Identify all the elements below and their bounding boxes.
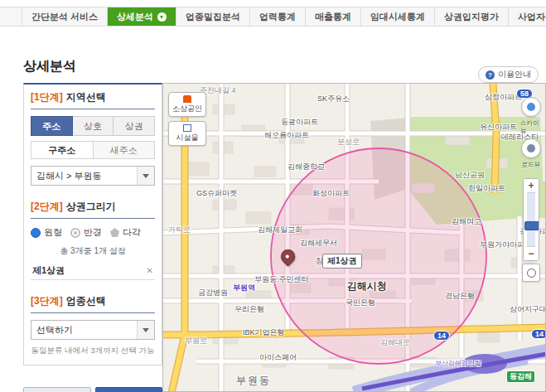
zoom-slider-handle[interactable] — [524, 221, 539, 230]
region-search-tabs: 주소 상호 상권 — [31, 116, 155, 136]
current-location-button[interactable] — [522, 264, 540, 282]
roadview-label: 로드뷰 — [522, 161, 541, 169]
step1-badge: [1단계] — [31, 90, 63, 104]
nav-item-density-analysis[interactable]: 업종밀집분석 — [176, 7, 250, 26]
facility-layer-button[interactable]: 시설물 — [168, 121, 206, 146]
small-business-layer-label: 소상공인 — [172, 104, 202, 114]
skyview-button[interactable] — [521, 97, 541, 117]
step1-header: [1단계] 지역선택 — [31, 85, 155, 109]
subtab-new-address[interactable]: 새주소 — [94, 141, 156, 159]
skyview-label: 스카이뷰 — [520, 119, 542, 136]
nav-item-sales-stats[interactable]: 매출통계 — [306, 7, 361, 26]
zoom-in-button[interactable]: + — [524, 179, 539, 192]
region-select[interactable]: 김해시 > 부원동 — [31, 166, 155, 186]
analysis-panel: [1단계] 지역선택 주소 상호 상권 구주소 새주소 김해시 > 부원동 [2… — [23, 83, 162, 365]
industry-select[interactable]: 선택하기 — [31, 320, 155, 340]
step3-title: 업종선택 — [66, 294, 106, 308]
page-title: 상세분석 — [23, 58, 76, 75]
step2-badge: [2단계] — [31, 200, 63, 214]
roadview-icon — [527, 144, 535, 152]
district-list-item: 제1상권 ✕ — [31, 262, 155, 280]
chevron-down-icon — [137, 321, 154, 339]
help-button[interactable]: ? 이용안내 — [478, 66, 539, 83]
draw-mode-polygon[interactable]: 다각 — [110, 226, 141, 239]
step3-header: [3단계] 업종선택 — [31, 288, 155, 313]
draw-mode-radius-label: 반경 — [84, 226, 102, 239]
nav-item-label: 상세분석 — [117, 11, 153, 23]
remove-district-button[interactable]: ✕ — [147, 266, 153, 275]
draw-mode-radius[interactable]: 반경 — [70, 226, 102, 239]
zoom-out-button[interactable]: − — [524, 247, 539, 260]
action-buttons: 초기화 분석하기 — [23, 387, 162, 392]
map-canvas[interactable] — [163, 84, 546, 392]
map-container: 주전내길 4SK주유소삼정아파트동광아파트해오름아파트유신아파트데레라스타분성로… — [162, 83, 546, 392]
step3-badge: [3단계] — [31, 294, 63, 308]
district-circle-overlay[interactable] — [271, 148, 486, 364]
industry-select-value: 선택하기 — [36, 324, 73, 336]
draw-mode-circle-label: 원형 — [44, 226, 62, 239]
step2-header: [2단계] 상권그리기 — [31, 194, 155, 219]
tab-store-name[interactable]: 상호 — [73, 116, 114, 136]
district-count-status: 총 3개중 1개 설정 — [31, 245, 155, 257]
draw-mode-polygon-label: 다각 — [123, 226, 141, 239]
nav-item-location-rating[interactable]: 상권입지평가 — [435, 7, 509, 26]
map-left-controls: 소상공인 시설물 — [168, 92, 206, 146]
address-type-subtabs: 구주소 새주소 — [31, 141, 155, 159]
analyze-button[interactable]: 분석하기 — [95, 387, 163, 392]
district-name: 제1상권 — [32, 264, 65, 277]
sidebar: [1단계] 지역선택 주소 상호 상권 구주소 새주소 김해시 > 부원동 [2… — [23, 83, 162, 392]
draw-mode-options: 원형 반경 다각 — [31, 226, 155, 239]
nav-item-owner-rating[interactable]: 사업자경영평가 — [509, 7, 546, 26]
tab-address[interactable]: 주소 — [31, 116, 73, 136]
shop-icon — [183, 95, 191, 103]
zoom-control: + − — [523, 178, 539, 261]
draw-mode-circle[interactable]: 원형 — [31, 226, 62, 239]
region-select-value: 김해시 > 부원동 — [36, 170, 102, 182]
nav-item-detail-analysis[interactable]: 상세분석 — [108, 7, 176, 26]
subtab-old-address[interactable]: 구주소 — [31, 141, 94, 159]
help-button-label: 이용안내 — [498, 69, 531, 80]
polygon-icon — [110, 228, 119, 237]
map-right-controls: 스카이뷰 로드뷰 + − — [520, 97, 542, 282]
chevron-down-icon — [137, 167, 154, 185]
industry-select-note: 동일분류 내에서 3개까지 선택 가능 — [31, 346, 155, 356]
radius-icon — [70, 228, 80, 238]
satellite-icon — [527, 103, 535, 111]
top-nav: 간단분석 서비스 상세분석 업종밀집분석 업력통계 매출통계 임대시세통계 상권… — [0, 7, 546, 27]
nav-item-business-age-stats[interactable]: 업력통계 — [250, 7, 306, 26]
small-business-layer-button[interactable]: 소상공인 — [168, 92, 206, 117]
active-tab-indicator-icon — [157, 12, 167, 22]
nav-item-simple-analysis[interactable]: 간단분석 서비스 — [22, 7, 108, 26]
nav-item-rent-stats[interactable]: 임대시세통계 — [361, 7, 435, 26]
roadview-button[interactable] — [521, 138, 541, 158]
zoom-slider[interactable] — [527, 192, 535, 247]
step1-title: 지역선택 — [66, 90, 106, 104]
circle-icon — [31, 228, 41, 238]
page: 간단분석 서비스 상세분석 업종밀집분석 업력통계 매출통계 임대시세통계 상권… — [0, 0, 546, 392]
question-icon: ? — [486, 70, 495, 80]
facility-layer-label: 시설물 — [176, 133, 199, 143]
step2-title: 상권그리기 — [66, 200, 116, 214]
crosshair-icon — [527, 269, 536, 278]
reset-button[interactable]: 초기화 — [23, 387, 91, 392]
facility-icon — [183, 124, 191, 132]
tab-trade-area[interactable]: 상권 — [114, 116, 155, 136]
